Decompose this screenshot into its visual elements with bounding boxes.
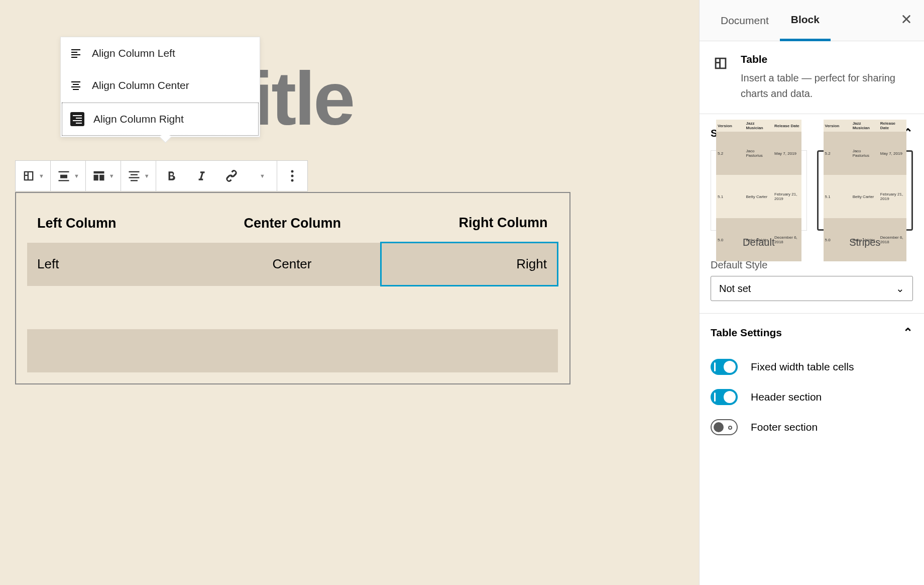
styles-panel: Styles ⌃ VersionJazz MusicianRelease Dat… <box>700 114 924 314</box>
align-column-center-item[interactable]: Align Column Center <box>61 69 260 102</box>
table-block[interactable]: Left Column Center Column Right Column L… <box>15 192 570 384</box>
editor-canvas: title Align Column Left Align Column Cen… <box>0 0 583 585</box>
content-table[interactable]: Left Column Center Column Right Column L… <box>27 204 558 372</box>
fixed-width-toggle[interactable] <box>711 359 738 375</box>
svg-rect-3 <box>71 57 77 58</box>
table-cell[interactable] <box>27 286 204 329</box>
table-header[interactable]: Left Column <box>27 204 204 243</box>
svg-rect-12 <box>58 171 69 172</box>
footer-section-toggle[interactable] <box>711 419 738 435</box>
svg-rect-13 <box>60 175 67 178</box>
table-block-icon <box>711 53 731 73</box>
table-cell[interactable] <box>204 286 381 329</box>
align-left-icon <box>69 46 83 60</box>
bold-button[interactable] <box>156 161 186 191</box>
table-header[interactable]: Center Column <box>204 204 381 243</box>
more-options-button[interactable] <box>277 161 307 191</box>
chevron-down-icon: ▼ <box>109 173 114 179</box>
align-column-left-item[interactable]: Align Column Left <box>61 37 260 69</box>
table-cell-selected[interactable]: Right <box>381 243 557 286</box>
align-column-right-item[interactable]: Align Column Right <box>62 103 259 136</box>
section-title: Table Settings <box>711 327 782 339</box>
table-cell[interactable] <box>27 329 204 372</box>
table-header[interactable]: Right Column <box>381 204 557 243</box>
block-description: Insert a table — perfect for sharing cha… <box>741 70 913 102</box>
svg-point-21 <box>291 179 293 182</box>
block-info-section: Table Insert a table — perfect for shari… <box>700 41 924 114</box>
dropdown-item-label: Align Column Right <box>93 113 184 125</box>
chevron-down-icon: ⌄ <box>896 282 904 295</box>
svg-rect-0 <box>71 49 80 50</box>
toggle-label: Fixed width table cells <box>751 361 854 373</box>
svg-rect-17 <box>129 177 139 178</box>
table-cell[interactable] <box>381 329 557 372</box>
table-cell[interactable] <box>204 329 381 372</box>
chevron-up-icon: ⌃ <box>903 326 913 340</box>
toggle-label: Footer section <box>751 421 818 433</box>
tab-document[interactable]: Document <box>710 2 780 40</box>
table-edit-button[interactable]: ▼ <box>86 161 121 191</box>
svg-point-19 <box>291 170 293 173</box>
sidebar-tabs: Document Block <box>700 0 924 41</box>
svg-rect-18 <box>131 180 138 181</box>
svg-rect-10 <box>73 120 82 121</box>
style-preview-stripes: VersionJazz MusicianRelease Date 5.2Jaco… <box>817 150 913 231</box>
svg-rect-2 <box>71 54 80 55</box>
style-preview-default: VersionJazz MusicianRelease Date 5.2Jaco… <box>711 150 807 231</box>
svg-rect-7 <box>73 89 79 90</box>
italic-button[interactable] <box>186 161 216 191</box>
svg-rect-1 <box>71 52 77 53</box>
svg-rect-15 <box>129 171 139 172</box>
svg-rect-6 <box>71 86 80 87</box>
dropdown-item-label: Align Column Center <box>92 79 189 91</box>
link-button[interactable] <box>216 161 247 191</box>
chevron-down-icon: ▼ <box>260 173 265 179</box>
inspector-sidebar: Document Block Table Insert a table — pe… <box>699 0 924 585</box>
style-option-default[interactable]: VersionJazz MusicianRelease Date 5.2Jaco… <box>711 150 807 248</box>
svg-rect-11 <box>76 123 82 124</box>
column-align-button[interactable]: ▼ <box>121 161 156 191</box>
more-formatting-button[interactable]: ▼ <box>247 161 277 191</box>
table-cell[interactable]: Left <box>27 243 204 286</box>
chevron-down-icon: ▼ <box>74 173 79 179</box>
style-option-stripes[interactable]: VersionJazz MusicianRelease Date 5.2Jaco… <box>817 150 913 248</box>
block-type-button[interactable]: ▼ <box>16 161 50 191</box>
table-cell[interactable] <box>381 286 557 329</box>
close-sidebar-button[interactable] <box>901 13 912 28</box>
svg-rect-14 <box>58 180 69 181</box>
align-button[interactable]: ▼ <box>51 161 85 191</box>
select-value: Not set <box>719 283 751 295</box>
svg-rect-16 <box>131 174 138 175</box>
header-section-toggle[interactable] <box>711 389 738 405</box>
svg-rect-4 <box>71 81 80 82</box>
svg-point-20 <box>291 175 293 177</box>
default-style-select[interactable]: Not set ⌄ <box>711 276 913 301</box>
align-right-icon <box>70 112 84 126</box>
chevron-down-icon: ▼ <box>39 173 44 179</box>
table-cell[interactable]: Center <box>204 243 381 286</box>
svg-rect-9 <box>76 118 82 119</box>
tab-block[interactable]: Block <box>780 1 831 41</box>
block-toolbar: ▼ ▼ ▼ ▼ <box>15 160 308 191</box>
svg-rect-5 <box>73 84 79 85</box>
toggle-label: Header section <box>751 391 822 403</box>
align-column-dropdown: Align Column Left Align Column Center Al… <box>60 37 260 137</box>
align-center-icon <box>69 78 83 92</box>
table-settings-panel: Table Settings ⌃ Fixed width table cells… <box>700 314 924 447</box>
block-name: Table <box>741 53 913 65</box>
svg-rect-8 <box>73 115 82 116</box>
chevron-down-icon: ▼ <box>144 173 150 179</box>
dropdown-item-label: Align Column Left <box>92 47 175 59</box>
table-settings-toggle[interactable]: Table Settings ⌃ <box>711 326 913 340</box>
